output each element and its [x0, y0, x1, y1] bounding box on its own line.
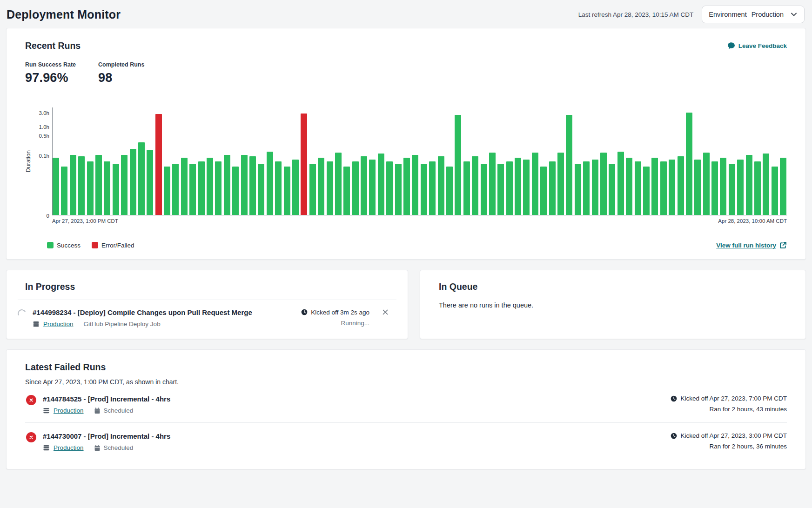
chart-bar-success[interactable]	[352, 161, 359, 215]
chart-bar-success[interactable]	[720, 158, 726, 215]
chart-bar-success[interactable]	[113, 164, 119, 215]
chart-bar-success[interactable]	[643, 167, 650, 215]
environment-dropdown[interactable]: Environment Production	[702, 6, 805, 23]
chart-bar-success[interactable]	[215, 161, 221, 215]
chart-bar-success[interactable]	[506, 161, 513, 215]
chart-bar-success[interactable]	[617, 152, 624, 215]
chart-bar-success[interactable]	[694, 160, 701, 215]
chart-bar-success[interactable]	[686, 113, 692, 215]
chart-bar-success[interactable]	[318, 158, 324, 215]
chart-bar-success[interactable]	[660, 161, 667, 215]
view-full-run-history-link[interactable]: View full run history	[716, 241, 787, 249]
chart-bar-success[interactable]	[549, 161, 556, 215]
chart-bar-success[interactable]	[403, 158, 410, 215]
chart-bar-success[interactable]	[70, 155, 76, 215]
chart-bar-failed[interactable]	[155, 114, 162, 215]
chart-bar-success[interactable]	[532, 153, 538, 215]
chart-bar-success[interactable]	[343, 167, 350, 215]
speech-bubble-icon	[727, 42, 735, 50]
chart-bar-success[interactable]	[780, 158, 786, 215]
chart-bar-success[interactable]	[429, 161, 436, 215]
chart-bar-success[interactable]	[557, 153, 564, 215]
chart-bar-success[interactable]	[540, 167, 547, 215]
chart-bar-success[interactable]	[53, 158, 59, 215]
chart-bar-success[interactable]	[232, 167, 239, 215]
chart-bar-success[interactable]	[327, 161, 333, 215]
chart-bar-success[interactable]	[515, 158, 521, 215]
chart-bar-success[interactable]	[446, 167, 453, 215]
environment-link[interactable]: Production	[54, 407, 84, 414]
chart-bar-success[interactable]	[455, 115, 461, 215]
chart-bar-success[interactable]	[121, 155, 128, 215]
leave-feedback-link[interactable]: Leave Feedback	[727, 42, 787, 50]
close-icon[interactable]	[382, 308, 389, 316]
chart-bar-success[interactable]	[361, 156, 367, 215]
chart-bar-success[interactable]	[746, 155, 752, 215]
chart-bar-success[interactable]	[207, 158, 213, 215]
chart-bar-success[interactable]	[241, 155, 248, 215]
run-name: #144998234 - [Deploy] Compile Changes up…	[33, 308, 301, 316]
chart-bar-success[interactable]	[523, 160, 530, 215]
chart-bar-success[interactable]	[772, 167, 778, 215]
chart-bar-success[interactable]	[284, 167, 290, 215]
chart-bar-success[interactable]	[309, 164, 316, 215]
chart-bar-success[interactable]	[249, 156, 256, 215]
chart-bar-success[interactable]	[472, 156, 478, 215]
chart-bar-success[interactable]	[651, 158, 658, 215]
chart-bar-success[interactable]	[138, 142, 145, 215]
chart-bar-success[interactable]	[678, 156, 684, 215]
chart-bar-success[interactable]	[481, 164, 487, 215]
external-link-icon	[779, 241, 787, 249]
chart-bar-success[interactable]	[189, 164, 196, 215]
chart-bar-success[interactable]	[258, 164, 264, 215]
clock-icon	[301, 309, 308, 315]
chart-bar-success[interactable]	[489, 153, 496, 215]
chart-bar-success[interactable]	[335, 153, 342, 215]
chart-bar-failed[interactable]	[301, 114, 307, 215]
chart-bar-success[interactable]	[754, 161, 761, 215]
kicked-off-text: Kicked off Apr 27, 2023, 3:00 PM CDT	[680, 432, 787, 439]
chart-bar-success[interactable]	[61, 167, 67, 215]
chart-bar-success[interactable]	[609, 164, 615, 215]
chart-bar-success[interactable]	[275, 161, 282, 215]
chart-bar-success[interactable]	[600, 153, 607, 215]
chart-bar-success[interactable]	[395, 164, 402, 215]
chart-bar-success[interactable]	[172, 164, 179, 215]
chart-bar-success[interactable]	[497, 164, 504, 215]
chart-bar-success[interactable]	[566, 115, 572, 215]
chart-bar-success[interactable]	[669, 160, 675, 215]
chart-bar-success[interactable]	[378, 154, 384, 215]
chart-bar-success[interactable]	[369, 160, 376, 215]
chart-bar-success[interactable]	[421, 164, 427, 215]
environment-link[interactable]: Production	[43, 321, 74, 328]
chart-bar-success[interactable]	[583, 161, 590, 215]
chart-bar-success[interactable]	[463, 161, 470, 215]
chart-bar-success[interactable]	[729, 164, 735, 215]
chart-bar-success[interactable]	[386, 161, 393, 215]
chart-bar-success[interactable]	[198, 161, 205, 215]
chart-bar-success[interactable]	[147, 150, 153, 215]
chart-bar-success[interactable]	[626, 158, 632, 215]
chart-bar-success[interactable]	[292, 160, 299, 215]
chart-bar-success[interactable]	[130, 149, 136, 215]
recent-runs-title: Recent Runs	[25, 40, 81, 51]
failed-run-row: #144730007 - [Prod] Incremental - 4hrs P…	[25, 423, 787, 460]
chart-bar-success[interactable]	[575, 164, 581, 215]
chart-bar-success[interactable]	[737, 160, 744, 215]
chart-bar-success[interactable]	[78, 156, 85, 215]
chart-bar-success[interactable]	[635, 161, 641, 215]
chart-bar-success[interactable]	[267, 152, 273, 215]
chart-bar-success[interactable]	[181, 158, 188, 215]
chart-bar-success[interactable]	[87, 161, 94, 215]
chart-bar-success[interactable]	[104, 161, 110, 215]
chart-bar-success[interactable]	[412, 155, 418, 215]
chart-bar-success[interactable]	[592, 160, 598, 215]
chart-bar-success[interactable]	[95, 155, 102, 215]
chart-bar-success[interactable]	[703, 153, 710, 215]
chart-bar-success[interactable]	[711, 161, 718, 215]
chart-bar-success[interactable]	[164, 167, 170, 215]
chart-bar-success[interactable]	[763, 154, 769, 215]
chart-bar-success[interactable]	[438, 156, 444, 215]
chart-bar-success[interactable]	[224, 155, 230, 215]
environment-link[interactable]: Production	[54, 444, 84, 451]
